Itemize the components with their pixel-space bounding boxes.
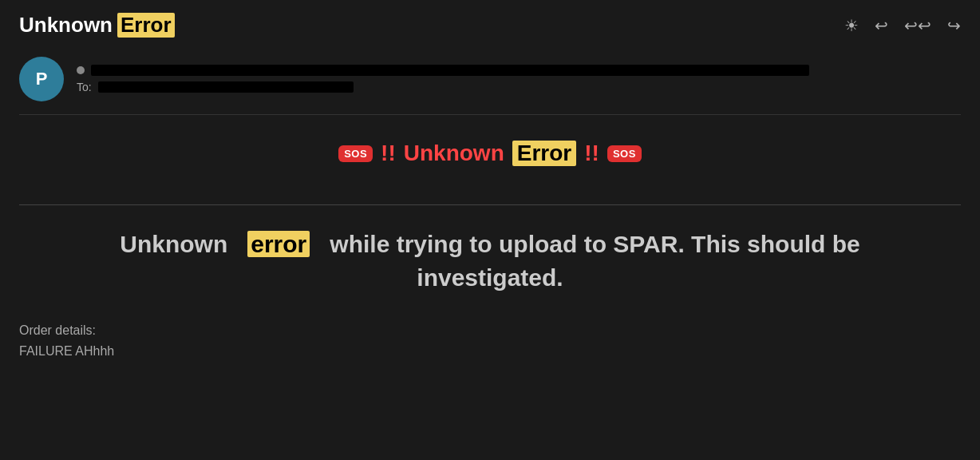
order-details: Order details: FAILURE AHhhh <box>19 320 980 361</box>
body-error-highlight: error <box>247 231 310 257</box>
email-from-bar <box>91 65 809 76</box>
sos-badge-left: SOS <box>338 145 373 162</box>
email-from-row <box>77 65 961 76</box>
to-label: To: <box>77 81 92 93</box>
header-actions: ☀ ↩ ↩↩ ↪ <box>844 16 961 35</box>
page-title: Unknown Error <box>19 13 175 38</box>
forward-icon[interactable]: ↪ <box>947 16 961 35</box>
reply-icon[interactable]: ↩ <box>875 16 888 35</box>
divider-main <box>19 204 961 205</box>
email-meta: P To: <box>0 47 980 114</box>
order-details-label: Order details: <box>19 320 980 341</box>
order-details-value: FAILURE AHhhh <box>19 341 980 362</box>
title-error: Error <box>117 13 175 38</box>
reply-all-icon[interactable]: ↩↩ <box>904 16 931 35</box>
email-fields: To: <box>77 65 961 93</box>
subject-unknown: Unknown <box>404 141 504 166</box>
subject-exclaim-right: !! <box>584 141 599 166</box>
brightness-icon[interactable]: ☀ <box>844 16 859 35</box>
subject-error: Error <box>512 141 576 166</box>
email-to-bar <box>98 81 354 93</box>
sender-dot <box>77 66 85 74</box>
header-bar: Unknown Error ☀ ↩ ↩↩ ↪ <box>0 0 980 47</box>
main-message: Unknown error while trying to upload to … <box>64 228 916 295</box>
email-subject: SOS !! Unknown Error !! SOS <box>64 141 916 166</box>
sos-badge-right: SOS <box>607 145 642 162</box>
order-details-block: Order details: FAILURE AHhhh <box>0 320 980 361</box>
body-part1: Unknown <box>120 231 227 257</box>
email-body: SOS !! Unknown Error !! SOS <box>0 115 980 204</box>
title-unknown: Unknown <box>19 13 113 38</box>
avatar: P <box>19 57 64 101</box>
email-to-row: To: <box>77 81 961 93</box>
subject-exclaim-left: !! <box>381 141 396 166</box>
main-message-container: Unknown error while trying to upload to … <box>0 228 980 295</box>
body-part2: while trying to upload to SPAR. This sho… <box>330 231 859 291</box>
